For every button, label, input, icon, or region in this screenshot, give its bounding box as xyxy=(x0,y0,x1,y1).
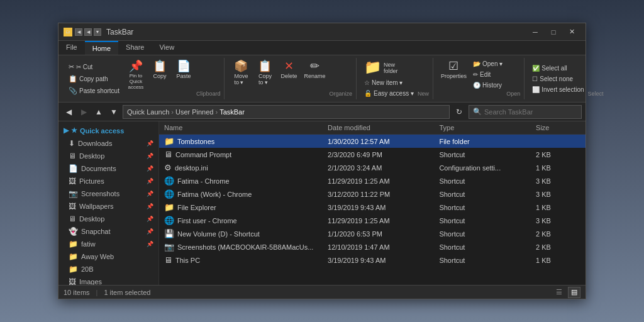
rename-button[interactable]: ✏ Rename xyxy=(301,59,328,80)
paste-shortcut-button[interactable]: 📎 Paste shortcut xyxy=(66,86,122,96)
select-all-button[interactable]: ✅ Select all xyxy=(530,64,586,73)
file-type: Shortcut xyxy=(439,230,536,238)
file-size: 2 KB xyxy=(536,243,580,251)
invert-selection-button[interactable]: ⬜ Invert selection xyxy=(530,85,586,94)
details-view-button[interactable]: ▤ xyxy=(568,287,580,298)
file-type: Shortcut xyxy=(439,151,536,158)
tb-arrow-2[interactable]: ◀ xyxy=(84,28,92,36)
tab-home[interactable]: Home xyxy=(85,41,118,55)
pin-indicator: 📌 xyxy=(147,165,153,172)
path-quick-launch[interactable]: Quick Launch xyxy=(127,108,169,116)
new-item-button[interactable]: ☆ New item ▾ xyxy=(362,78,405,87)
recent-button[interactable]: ▼ xyxy=(108,106,120,118)
sidebar-item-fatiw[interactable]: 📁 fatiw 📌 xyxy=(58,238,158,250)
paste-button[interactable]: 📄 Paste xyxy=(172,59,195,80)
select-none-button[interactable]: ☐ Select none xyxy=(530,74,586,84)
tab-file[interactable]: File xyxy=(58,41,85,55)
col-header-type[interactable]: Type xyxy=(439,124,536,131)
back-button[interactable]: ◀ xyxy=(62,106,75,118)
close-button[interactable]: ✕ xyxy=(563,26,580,38)
forward-button[interactable]: ▶ xyxy=(77,106,90,118)
images-icon: 🖼 xyxy=(69,277,76,285)
address-path[interactable]: Quick Launch › User Pinned › TaskBar xyxy=(123,105,450,119)
open-group: ☑ Properties 📂 Open ▾ ✏ Edit � xyxy=(435,58,525,99)
sidebar-item-20b[interactable]: 📁 20B xyxy=(58,263,158,275)
main-content: ▶ ★ Quick access ⬇ Downloads 📌 🖥 Desktop… xyxy=(58,121,586,285)
desktop-icon: 🖥 xyxy=(69,152,76,160)
file-size: 2 KB xyxy=(536,230,580,238)
path-current[interactable]: TaskBar xyxy=(219,108,245,116)
search-input[interactable] xyxy=(484,108,577,116)
tb-arrow-1[interactable]: ◀ xyxy=(75,28,82,36)
invert-icon: ⬜ xyxy=(532,86,540,93)
sidebar-item-downloads[interactable]: ⬇ Downloads 📌 xyxy=(58,137,158,150)
sidebar-item-desktop2[interactable]: 🖥 Desktop 📌 xyxy=(58,213,158,225)
table-row[interactable]: 🌐 First user - Chrome 11/29/2019 1:25 AM… xyxy=(159,214,586,227)
table-row[interactable]: 💾 New Volume (D) - Shortcut 1/1/2020 6:5… xyxy=(159,227,586,240)
table-row[interactable]: 📁 File Explorer 3/19/2019 9:43 AM Shortc… xyxy=(159,201,586,214)
sidebar-item-screenshots[interactable]: 📷 Screenshots 📌 xyxy=(58,187,158,200)
sidebar-item-pictures[interactable]: 🖼 Pictures 📌 xyxy=(58,175,158,187)
away-web-icon: 📁 xyxy=(69,252,78,261)
delete-button[interactable]: ✕ Delete xyxy=(277,59,300,80)
table-row[interactable]: 🖥 Command Prompt 2/3/2020 6:49 PM Shortc… xyxy=(159,148,586,161)
open-button[interactable]: 📂 Open ▾ xyxy=(470,59,505,69)
file-icon: ⚙ xyxy=(164,163,172,172)
table-row[interactable]: 📁 Tombstones 1/30/2020 12:57 AM File fol… xyxy=(159,135,586,148)
copy-button[interactable]: 📋 Copy xyxy=(148,59,171,80)
up-button[interactable]: ▲ xyxy=(92,106,105,118)
history-button[interactable]: 🕐 History xyxy=(470,80,505,90)
file-rows-container: 📁 Tombstones 1/30/2020 12:57 AM File fol… xyxy=(159,135,586,267)
file-size: 1 KB xyxy=(536,257,580,264)
item-count: 10 items xyxy=(64,289,90,296)
pin-indicator: 📌 xyxy=(147,191,153,197)
file-type: Shortcut xyxy=(439,217,536,225)
sidebar-item-snapchat[interactable]: 👻 Snapchat 📌 xyxy=(58,225,158,238)
edit-button[interactable]: ✏ Edit xyxy=(470,70,505,79)
file-date: 2/3/2020 6:49 PM xyxy=(328,151,439,158)
easy-access-button[interactable]: 🔓 Easy access ▾ xyxy=(362,89,416,98)
table-row[interactable]: 🖥 This PC 3/19/2019 9:43 AM Shortcut 1 K… xyxy=(159,253,586,267)
sidebar-item-desktop1[interactable]: 🖥 Desktop 📌 xyxy=(58,150,158,162)
copy-path-icon: 📋 xyxy=(69,75,77,83)
table-row[interactable]: 📷 Screenshots (MACBOOKAIR-5B8AMacUs... 1… xyxy=(159,240,586,253)
clipboard-group: ✂ ✂ Cut 📋 Copy path 📎 Paste shortcut 📌 xyxy=(62,58,225,99)
copy-icon: 📋 xyxy=(153,60,167,72)
tab-share[interactable]: Share xyxy=(118,41,152,55)
file-type: File folder xyxy=(439,138,536,145)
col-header-date[interactable]: Date modified xyxy=(328,124,439,131)
col-header-size[interactable]: Size xyxy=(536,124,580,131)
file-size: 1 KB xyxy=(536,204,580,211)
select-label: Select xyxy=(588,91,604,98)
copy-to-button[interactable]: 📋 Copyto ▾ xyxy=(253,59,276,87)
quick-access-header[interactable]: ▶ ★ Quick access xyxy=(58,124,158,137)
cut-button[interactable]: ✂ ✂ Cut xyxy=(66,62,122,72)
sidebar-item-wallpapers[interactable]: 🖼 Wallpapers 📌 xyxy=(58,200,158,213)
table-row[interactable]: ⚙ desktop.ini 2/1/2020 3:24 AM Configura… xyxy=(159,161,586,174)
edit-icon: ✏ xyxy=(473,71,478,78)
properties-button[interactable]: ☑ Properties xyxy=(438,59,469,80)
table-row[interactable]: 🌐 Fatima (Work) - Chrome 3/12/2020 11:22… xyxy=(159,187,586,201)
file-type: Configuration setti... xyxy=(439,164,536,172)
sidebar-item-images[interactable]: 🖼 Images xyxy=(58,275,158,285)
new-folder-button[interactable]: 📁 Newfolder xyxy=(362,59,401,77)
copy-path-button[interactable]: 📋 Copy path xyxy=(66,74,122,84)
search-box[interactable]: 🔍 xyxy=(469,105,582,119)
tb-arrow-3[interactable]: ▼ xyxy=(94,28,101,36)
file-size: 3 KB xyxy=(536,177,580,185)
list-view-button[interactable]: ☰ xyxy=(553,287,565,298)
minimize-button[interactable]: ─ xyxy=(526,26,544,38)
refresh-button[interactable]: ↻ xyxy=(452,105,466,119)
sidebar-item-documents[interactable]: 📄 Documents 📌 xyxy=(58,162,158,175)
col-header-name[interactable]: Name xyxy=(164,124,328,131)
tab-view[interactable]: View xyxy=(152,41,182,55)
sidebar-item-away-web[interactable]: 📁 Away Web xyxy=(58,250,158,263)
table-row[interactable]: 🌐 Fatima - Chrome 11/29/2019 1:25 AM Sho… xyxy=(159,174,586,187)
maximize-button[interactable]: □ xyxy=(545,26,562,38)
path-user-pinned[interactable]: User Pinned xyxy=(175,108,214,116)
open-label: Open xyxy=(506,91,520,98)
history-icon: 🕐 xyxy=(473,82,480,89)
move-to-button[interactable]: 📦 Moveto ▾ xyxy=(230,59,252,87)
pin-to-quick-access-button[interactable]: 📌 Pin to Quickaccess xyxy=(125,59,147,91)
file-type: Shortcut xyxy=(439,191,536,198)
